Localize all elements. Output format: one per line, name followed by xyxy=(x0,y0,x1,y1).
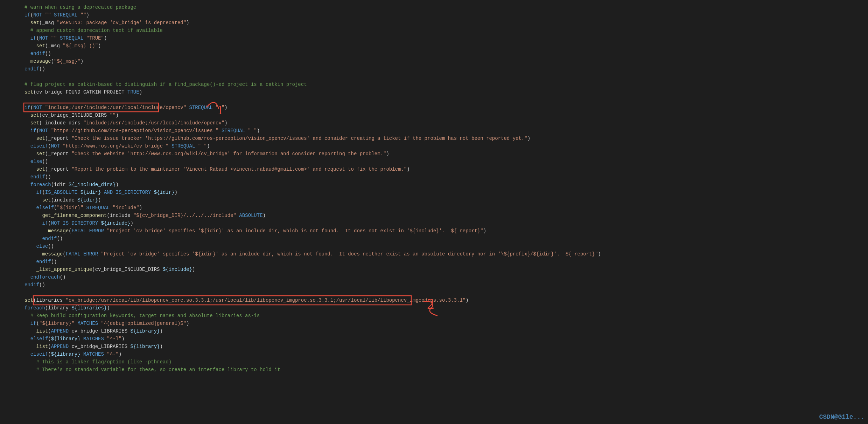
annotation-number-1: 1 xyxy=(217,103,223,117)
svg-rect-1 xyxy=(33,296,411,305)
annotation-number-2: 2 xyxy=(427,296,434,312)
svg-rect-0 xyxy=(24,103,159,112)
annotation-layer: 1 2 xyxy=(0,0,868,424)
watermark-text: CSDN@Gile... xyxy=(819,413,864,420)
code-container: # warn when using a deprecated packageif… xyxy=(0,0,868,424)
